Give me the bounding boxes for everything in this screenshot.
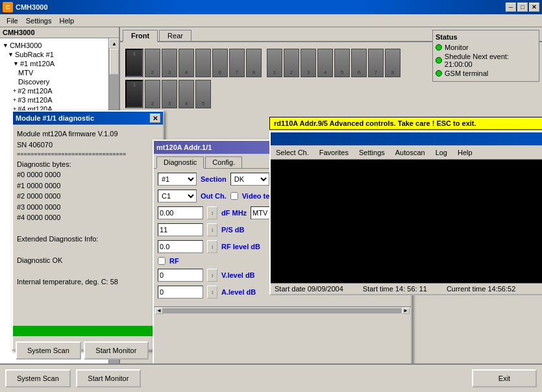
module-diag-titlebar: Module #1/1 diagnostic ✕	[13, 112, 163, 125]
tree-label: #1 mt120A	[20, 60, 55, 67]
module-diag-title: Module #1/1 diagnostic	[16, 114, 94, 122]
videotest-checkbox[interactable]	[230, 192, 238, 200]
tree-label: #3 mt120A	[18, 96, 52, 104]
current-time: Current time 14:56:52	[447, 285, 515, 293]
tree-label: #2 mt120A	[18, 87, 52, 95]
hscroll-right[interactable]: ►	[402, 308, 410, 314]
status-shedule: Shedule Next event: 21:00:00	[436, 53, 536, 68]
rack-slot-5	[195, 49, 211, 77]
monitor-label: Monitor	[445, 43, 469, 51]
menu-help[interactable]: Help	[455, 147, 475, 158]
minimize-button[interactable]: ─	[506, 3, 516, 12]
alert-bar: rd110A Addr.9/5 Advanced controls. Take …	[269, 117, 542, 130]
diag-byte-0: #0 0000 0000	[17, 169, 159, 180]
alevel-spin[interactable]: ↕	[207, 286, 217, 299]
status-gsm: GSM terminal	[436, 69, 536, 77]
maximize-button[interactable]: □	[517, 3, 528, 12]
alevel-input[interactable]	[158, 286, 203, 299]
section-select[interactable]: #1	[158, 173, 197, 186]
menu-favorites[interactable]: Favorites	[317, 147, 351, 158]
menu-file[interactable]: File	[3, 16, 22, 26]
rf-label: RF	[169, 257, 179, 265]
app-title: CMH3000	[16, 3, 48, 11]
alevel-label: A.level dB	[221, 288, 256, 296]
menu-settings[interactable]: Settings	[22, 16, 56, 26]
tab-rear[interactable]: Rear	[159, 30, 191, 41]
tree-item-mt120a-2[interactable]: + #2 mt120A	[3, 86, 95, 95]
scroll-thumb[interactable]	[110, 49, 119, 75]
start-date: Start date 09/09/2004	[275, 285, 343, 293]
rack2-slot-2: 2	[284, 49, 299, 77]
rd110-menu: Select Ch. Favorites Settings Autoscan L…	[271, 145, 542, 160]
hscroll-left[interactable]: ◄	[155, 308, 163, 314]
rack3-slot-5: 5	[195, 80, 211, 108]
rf-level-label: RF level dB	[221, 243, 260, 251]
df-input[interactable]	[158, 206, 203, 219]
outch-label: Out Ch.	[201, 192, 227, 200]
tree-label: MTV	[18, 69, 33, 77]
ps-spin[interactable]: ↕	[207, 223, 217, 236]
rf-checkbox[interactable]	[158, 257, 166, 265]
rack2-slot-4: 4	[317, 49, 333, 77]
rack-module-1[interactable]: 1	[125, 49, 143, 77]
menu-autoscan[interactable]: Autoscan	[393, 147, 428, 158]
rack2-slot-6: 6	[351, 49, 367, 77]
ps-input[interactable]	[158, 223, 203, 236]
df-spin[interactable]: ↕	[207, 206, 217, 219]
system-scan-button[interactable]: System Scan	[16, 341, 81, 360]
tree-item-discovery[interactable]: Discovery	[3, 77, 95, 86]
scroll-up-arrow[interactable]: ▲	[109, 38, 119, 49]
rack-slot-3: 3	[162, 49, 177, 77]
rf-level-input[interactable]	[158, 240, 203, 253]
rack2-slot-1: 1	[267, 49, 282, 77]
vlevel-spin[interactable]: ↕	[207, 269, 217, 282]
rf-level-spin[interactable]: ↕	[207, 240, 217, 253]
rack-slot-7: 7	[229, 49, 245, 77]
module-diag-close[interactable]: ✕	[150, 114, 160, 123]
tree-item-subrack1[interactable]: ▼ SubRack #1	[3, 50, 95, 59]
menu-select-ch[interactable]: Select Ch.	[273, 147, 312, 158]
rack-slot-2: 2	[145, 49, 160, 77]
rack3-slot-2: 2	[145, 80, 160, 108]
extended-label: Extended Diagnostic Info:	[17, 234, 159, 245]
system-scan-button-main[interactable]: System Scan	[5, 369, 71, 387]
rack2-slot-5: 5	[334, 49, 350, 77]
progress-bar	[13, 326, 163, 336]
rack2-module-1[interactable]: 1	[125, 80, 143, 108]
menu-settings[interactable]: Settings	[356, 147, 388, 158]
tab-config[interactable]: Config.	[205, 156, 242, 168]
sn-label: SN 406070	[17, 140, 159, 151]
temp-label: Internal temperature, deg. C: 58	[17, 276, 159, 288]
start-monitor-button-main[interactable]: Start Monitor	[76, 369, 141, 387]
exit-button[interactable]: Exit	[472, 369, 537, 387]
rack-slot-6: 6	[212, 49, 228, 77]
tree-item-mt120a-1[interactable]: ▼ #1 mt120A	[3, 59, 95, 68]
tab-front[interactable]: Front	[123, 30, 158, 42]
tree-root-label: CMH3000	[3, 29, 35, 36]
vlevel-input[interactable]	[158, 269, 203, 282]
hscroll-track	[163, 308, 402, 313]
mt120a-title: mt120A Addr.1/1	[156, 143, 212, 151]
diag-byte-3: #3 0000 0000	[17, 202, 159, 213]
tree-item-mtv[interactable]: MTV	[3, 68, 95, 77]
rack2-slot-3: 3	[301, 49, 316, 77]
diag-byte-1: #1 0000 0000	[17, 180, 159, 191]
tree-item-cmh3000[interactable]: ▼ CMH3000	[3, 41, 95, 50]
expand-icon: ▼	[8, 51, 14, 58]
menu-log[interactable]: Log	[433, 147, 450, 158]
status-monitor: Monitor	[436, 43, 536, 51]
outch-select[interactable]: C1	[158, 190, 197, 202]
tree-item-mt120a-3[interactable]: + #3 mt120A	[3, 95, 95, 104]
df-label: dF MHz	[221, 209, 247, 217]
start-monitor-button[interactable]: Start Monitor	[84, 341, 149, 360]
rd110-window: ✕ Select Ch. Favorites Settings Autoscan…	[269, 131, 542, 295]
tab-diagnostic[interactable]: Diagnostic	[156, 156, 204, 169]
menu-help[interactable]: Help	[55, 16, 78, 26]
close-button[interactable]: ✕	[529, 3, 539, 12]
ps-label: P/S dB	[221, 226, 244, 234]
tree-label: Discovery	[18, 78, 49, 86]
start-time: Start time 14: 56: 11	[363, 285, 427, 293]
rack-slot-4: 4	[179, 49, 194, 77]
section-value-select[interactable]: DK	[230, 173, 269, 186]
rack2-slot-7: 7	[368, 49, 384, 77]
